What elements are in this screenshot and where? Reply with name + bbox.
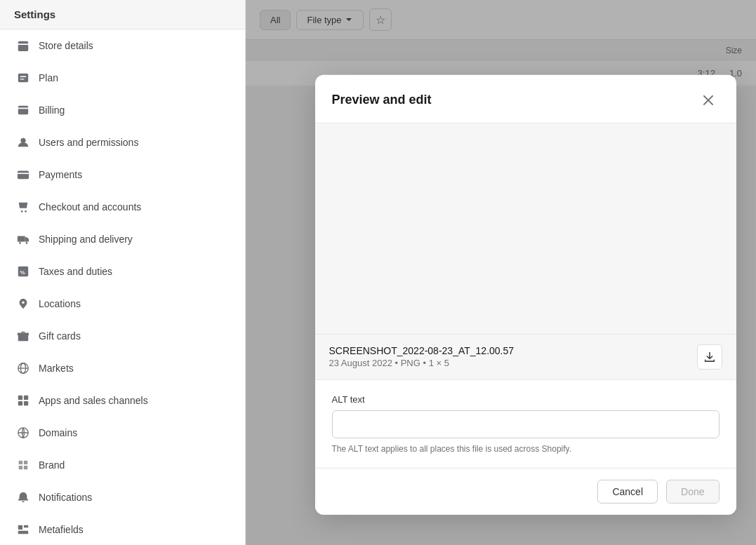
shipping-icon	[16, 232, 30, 246]
svg-rect-14	[18, 396, 22, 400]
checkout-icon	[16, 200, 30, 214]
sidebar-item-brand[interactable]: Brand	[0, 449, 245, 481]
domains-icon	[16, 426, 30, 440]
sidebar-item-label: Store details	[39, 40, 93, 51]
modal-file-name: SCREENSHOT_2022-08-23_AT_12.00.57	[329, 345, 515, 356]
modal-footer: Cancel Done	[315, 467, 736, 514]
svg-point-6	[26, 242, 28, 244]
sidebar-item-label: Apps and sales channels	[39, 395, 148, 406]
apps-icon	[16, 393, 30, 408]
modal-close-button[interactable]	[697, 88, 719, 111]
svg-rect-2	[18, 171, 29, 180]
svg-point-9	[22, 301, 25, 304]
taxes-icon: %	[16, 264, 30, 278]
sidebar-item-label: Domains	[39, 427, 77, 438]
sidebar-item-label: Users and permissions	[39, 137, 138, 148]
sidebar-item-label: Shipping and delivery	[39, 234, 133, 245]
sidebar-item-label: Locations	[39, 298, 81, 309]
sidebar-item-label: Markets	[39, 363, 74, 374]
preview-edit-modal: Preview and edit SCREENSHOT_2022-08-23_A…	[315, 74, 736, 514]
alt-text-input[interactable]	[332, 410, 719, 438]
sidebar-item-payments[interactable]: Payments	[0, 159, 245, 191]
modal-image-preview	[315, 123, 736, 333]
alt-text-hint: The ALT text applies to all places this …	[332, 443, 719, 453]
svg-rect-10	[18, 335, 28, 341]
sidebar-item-label: Plan	[39, 72, 58, 83]
sidebar-item-gift-cards[interactable]: Gift cards	[0, 320, 245, 352]
sidebar-item-store-details[interactable]: Store details	[0, 29, 245, 62]
svg-rect-19	[18, 525, 22, 530]
billing-icon	[16, 103, 30, 117]
sidebar-item-locations[interactable]: Locations	[0, 288, 245, 320]
sidebar-item-apps-sales-channels[interactable]: Apps and sales channels	[0, 384, 245, 417]
locations-icon	[16, 297, 30, 311]
svg-point-4	[25, 210, 27, 213]
sidebar-item-label: Brand	[39, 459, 65, 471]
markets-icon	[16, 361, 30, 375]
sidebar-item-plan[interactable]: Plan	[0, 62, 245, 94]
sidebar-item-metafields[interactable]: Metafields	[0, 513, 245, 545]
sidebar-item-label: Notifications	[39, 492, 92, 503]
brand-icon	[16, 458, 30, 472]
cancel-button[interactable]: Cancel	[597, 479, 658, 503]
svg-rect-20	[24, 525, 28, 528]
payments-icon	[16, 168, 30, 182]
sidebar-item-notifications[interactable]: Notifications	[0, 481, 245, 513]
sidebar-item-users-permissions[interactable]: Users and permissions	[0, 126, 245, 159]
sidebar: Settings Store details Plan Billing User…	[0, 0, 246, 545]
svg-text:%: %	[20, 269, 25, 276]
modal-header: Preview and edit	[315, 74, 736, 123]
store-icon	[16, 39, 30, 53]
svg-rect-11	[18, 333, 29, 336]
done-button[interactable]: Done	[666, 479, 719, 503]
svg-rect-16	[18, 401, 22, 405]
modal-file-info: SCREENSHOT_2022-08-23_AT_12.00.57 23 Aug…	[315, 333, 736, 379]
notifications-icon	[16, 490, 30, 504]
svg-point-3	[21, 210, 23, 213]
sidebar-item-shipping-delivery[interactable]: Shipping and delivery	[0, 223, 245, 255]
sidebar-item-billing[interactable]: Billing	[0, 94, 245, 126]
alt-text-section: ALT text The ALT text applies to all pla…	[315, 379, 736, 467]
modal-body: SCREENSHOT_2022-08-23_AT_12.00.57 23 Aug…	[315, 123, 736, 467]
svg-rect-21	[18, 531, 28, 534]
sidebar-item-taxes-duties[interactable]: % Taxes and duties	[0, 255, 245, 288]
alt-text-label: ALT text	[332, 393, 719, 404]
gift-icon	[16, 329, 30, 343]
svg-rect-0	[18, 74, 28, 83]
sidebar-item-checkout-accounts[interactable]: Checkout and accounts	[0, 191, 245, 223]
sidebar-item-label: Payments	[39, 169, 82, 180]
sidebar-item-markets[interactable]: Markets	[0, 352, 245, 384]
svg-point-1	[20, 138, 25, 143]
sidebar-item-label: Checkout and accounts	[39, 201, 141, 213]
modal-title: Preview and edit	[332, 93, 432, 107]
plan-icon	[16, 71, 30, 85]
sidebar-item-label: Metafields	[39, 524, 84, 535]
sidebar-item-label: Gift cards	[39, 330, 81, 342]
metafields-icon	[16, 523, 30, 537]
svg-rect-15	[24, 396, 28, 400]
sidebar-header: Settings	[0, 0, 245, 29]
sidebar-item-label: Billing	[39, 105, 65, 116]
sidebar-item-label: Taxes and duties	[39, 266, 112, 277]
svg-rect-17	[24, 401, 28, 405]
sidebar-item-domains[interactable]: Domains	[0, 417, 245, 449]
download-button[interactable]	[697, 344, 722, 369]
svg-point-5	[19, 242, 21, 244]
modal-file-meta: 23 August 2022 • PNG • 1 × 5	[329, 358, 515, 368]
user-icon	[16, 135, 30, 149]
